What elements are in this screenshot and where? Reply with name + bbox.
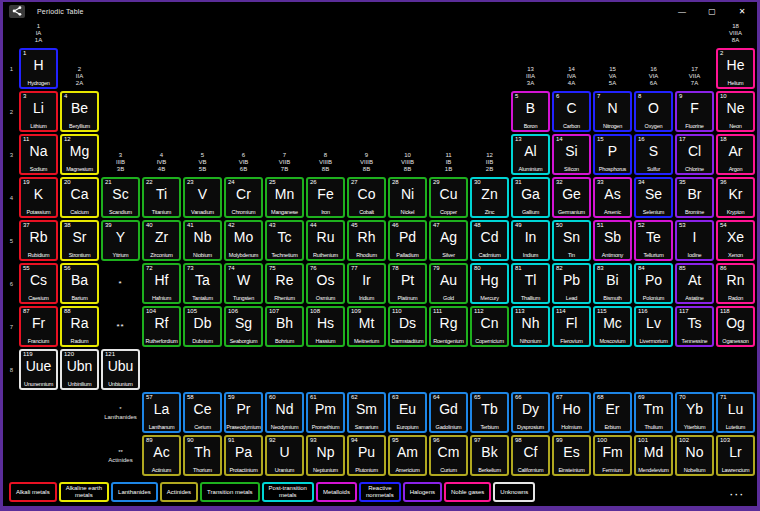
legend-chip-halogen[interactable]: Halogens bbox=[403, 482, 442, 502]
element-tile-yb[interactable]: 70YbYtterbium bbox=[675, 392, 714, 433]
element-tile-li[interactable]: 3LiLithium bbox=[19, 91, 58, 132]
element-tile-rh[interactable]: 45RhRhodium bbox=[347, 220, 386, 261]
legend-chip-alkaline[interactable]: Alkaline earth metals bbox=[59, 482, 109, 502]
element-tile-ta[interactable]: 73TaTantalum bbox=[183, 263, 222, 304]
element-tile-f[interactable]: 9FFluorine bbox=[675, 91, 714, 132]
element-tile-v[interactable]: 23VVanadium bbox=[183, 177, 222, 218]
share-button[interactable] bbox=[9, 5, 25, 18]
element-tile-fl[interactable]: 114FlFlerovium bbox=[552, 306, 591, 347]
element-tile-mn[interactable]: 25MnManganese bbox=[265, 177, 304, 218]
element-tile-tl[interactable]: 81TlThallium bbox=[511, 263, 550, 304]
element-tile-cu[interactable]: 29CuCopper bbox=[429, 177, 468, 218]
element-tile-at[interactable]: 85AtAstatine bbox=[675, 263, 714, 304]
element-tile-rb[interactable]: 37RbRubidium bbox=[19, 220, 58, 261]
element-tile-na[interactable]: 11NaSodium bbox=[19, 134, 58, 175]
element-tile-p[interactable]: 15PPhosphorus bbox=[593, 134, 632, 175]
element-tile-tm[interactable]: 69TmThulium bbox=[634, 392, 673, 433]
element-tile-bi[interactable]: 83BiBismuth bbox=[593, 263, 632, 304]
element-tile-ca[interactable]: 20CaCalcium bbox=[60, 177, 99, 218]
element-tile-mo[interactable]: 42MoMolybdenum bbox=[224, 220, 263, 261]
element-tile-ubn[interactable]: 120UbnUnbinilium bbox=[60, 349, 99, 390]
element-tile-ubu[interactable]: 121UbuUnbiunium bbox=[101, 349, 140, 390]
minimize-button[interactable]: — bbox=[667, 2, 697, 20]
element-tile-cf[interactable]: 98CfCalifornium bbox=[511, 435, 550, 476]
element-tile-pm[interactable]: 61PmPromethium bbox=[306, 392, 345, 433]
element-tile-se[interactable]: 34SeSelenium bbox=[634, 177, 673, 218]
element-tile-h[interactable]: 1HHydrogen bbox=[19, 48, 58, 89]
element-tile-ce[interactable]: 58CeCerium bbox=[183, 392, 222, 433]
element-tile-es[interactable]: 99EsEinsteinium bbox=[552, 435, 591, 476]
element-tile-pb[interactable]: 82PbLead bbox=[552, 263, 591, 304]
element-tile-ru[interactable]: 44RuRuthenium bbox=[306, 220, 345, 261]
element-tile-ds[interactable]: 110DsDarmstadtium bbox=[388, 306, 427, 347]
element-tile-cl[interactable]: 17ClChlorine bbox=[675, 134, 714, 175]
element-tile-be[interactable]: 4BeBeryllium bbox=[60, 91, 99, 132]
element-tile-te[interactable]: 52TeTellurium bbox=[634, 220, 673, 261]
element-tile-rn[interactable]: 86RnRadon bbox=[716, 263, 755, 304]
element-tile-gd[interactable]: 64GdGadolinium bbox=[429, 392, 468, 433]
element-tile-pd[interactable]: 46PdPalladium bbox=[388, 220, 427, 261]
element-tile-fe[interactable]: 26FeIron bbox=[306, 177, 345, 218]
element-tile-n[interactable]: 7NNitrogen bbox=[593, 91, 632, 132]
element-tile-pt[interactable]: 78PtPlatinum bbox=[388, 263, 427, 304]
element-tile-db[interactable]: 105DbDubnium bbox=[183, 306, 222, 347]
element-tile-tb[interactable]: 65TbTerbium bbox=[470, 392, 509, 433]
element-tile-os[interactable]: 76OsOsmium bbox=[306, 263, 345, 304]
element-tile-cd[interactable]: 48CdCadmium bbox=[470, 220, 509, 261]
element-tile-ag[interactable]: 47AgSilver bbox=[429, 220, 468, 261]
element-tile-w[interactable]: 74WTungsten bbox=[224, 263, 263, 304]
element-tile-br[interactable]: 35BrBromine bbox=[675, 177, 714, 218]
element-tile-ge[interactable]: 32GeGermanium bbox=[552, 177, 591, 218]
element-tile-rg[interactable]: 111RgRoentgenium bbox=[429, 306, 468, 347]
element-tile-ne[interactable]: 10NeNeon bbox=[716, 91, 755, 132]
element-tile-dy[interactable]: 66DyDysprosium bbox=[511, 392, 550, 433]
element-tile-cr[interactable]: 24CrChromium bbox=[224, 177, 263, 218]
element-tile-ar[interactable]: 18ArArgon bbox=[716, 134, 755, 175]
element-tile-la[interactable]: 57LaLanthanum bbox=[142, 392, 181, 433]
element-tile-ni[interactable]: 28NiNickel bbox=[388, 177, 427, 218]
element-tile-al[interactable]: 13AlAluminium bbox=[511, 134, 550, 175]
element-tile-nd[interactable]: 60NdNeodymium bbox=[265, 392, 304, 433]
element-tile-c[interactable]: 6CCarbon bbox=[552, 91, 591, 132]
element-tile-hg[interactable]: 80HgMercury bbox=[470, 263, 509, 304]
element-tile-ho[interactable]: 67HoHolmium bbox=[552, 392, 591, 433]
element-tile-er[interactable]: 68ErErbium bbox=[593, 392, 632, 433]
element-tile-cn[interactable]: 112CnCopernicium bbox=[470, 306, 509, 347]
element-tile-po[interactable]: 84PoPolonium bbox=[634, 263, 673, 304]
element-tile-k[interactable]: 19KPotassium bbox=[19, 177, 58, 218]
element-tile-rf[interactable]: 104RfRutherfordium bbox=[142, 306, 181, 347]
element-tile-ir[interactable]: 77IrIridium bbox=[347, 263, 386, 304]
element-tile-in[interactable]: 49InIndium bbox=[511, 220, 550, 261]
element-tile-au[interactable]: 79AuGold bbox=[429, 263, 468, 304]
element-tile-co[interactable]: 27CoCobalt bbox=[347, 177, 386, 218]
element-tile-hs[interactable]: 108HsHassium bbox=[306, 306, 345, 347]
element-tile-mt[interactable]: 109MtMeitnerium bbox=[347, 306, 386, 347]
element-tile-zr[interactable]: 40ZrZirconium bbox=[142, 220, 181, 261]
element-tile-s[interactable]: 16SSulfur bbox=[634, 134, 673, 175]
legend-chip-actinide[interactable]: Actinides bbox=[160, 482, 198, 502]
element-tile-he[interactable]: 2HeHelium bbox=[716, 48, 755, 89]
element-tile-lv[interactable]: 116LvLivermorium bbox=[634, 306, 673, 347]
legend-chip-unknown[interactable]: Unknowns bbox=[493, 482, 535, 502]
legend-chip-reactive[interactable]: Reactive nonmetals bbox=[359, 482, 401, 502]
element-tile-np[interactable]: 93NpNeptunium bbox=[306, 435, 345, 476]
legend-chip-lanthanide[interactable]: Lanthanides bbox=[111, 482, 158, 502]
element-tile-md[interactable]: 101MdMendelevium bbox=[634, 435, 673, 476]
element-tile-mg[interactable]: 12MgMagnesium bbox=[60, 134, 99, 175]
legend-chip-noble[interactable]: Noble gases bbox=[444, 482, 491, 502]
element-tile-ra[interactable]: 88RaRadium bbox=[60, 306, 99, 347]
element-tile-og[interactable]: 118OgOganesson bbox=[716, 306, 755, 347]
element-tile-no[interactable]: 102NoNobelium bbox=[675, 435, 714, 476]
element-tile-th[interactable]: 90ThThorium bbox=[183, 435, 222, 476]
element-tile-fr[interactable]: 87FrFrancium bbox=[19, 306, 58, 347]
element-tile-si[interactable]: 14SiSilicon bbox=[552, 134, 591, 175]
legend-chip-transition[interactable]: Transition metals bbox=[200, 482, 259, 502]
element-tile-y[interactable]: 39YYttrium bbox=[101, 220, 140, 261]
element-tile-am[interactable]: 95AmAmericium bbox=[388, 435, 427, 476]
element-tile-ga[interactable]: 31GaGallium bbox=[511, 177, 550, 218]
element-tile-hf[interactable]: 72HfHafnium bbox=[142, 263, 181, 304]
element-tile-i[interactable]: 53IIodine bbox=[675, 220, 714, 261]
element-tile-kr[interactable]: 36KrKrypton bbox=[716, 177, 755, 218]
legend-chip-metalloid[interactable]: Metalloids bbox=[316, 482, 357, 502]
element-tile-ti[interactable]: 22TiTitanium bbox=[142, 177, 181, 218]
